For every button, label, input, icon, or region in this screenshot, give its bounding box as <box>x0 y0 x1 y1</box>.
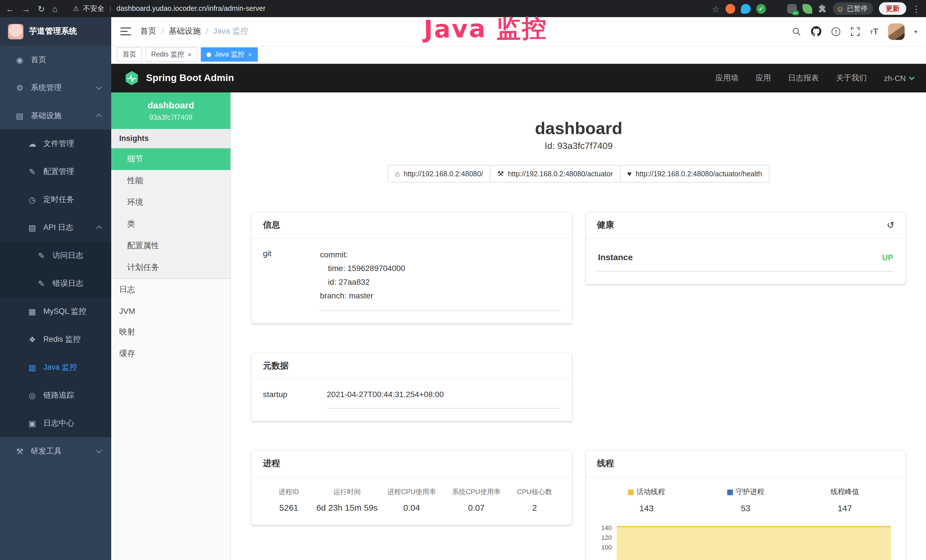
extension-icon[interactable] <box>725 4 735 14</box>
close-icon[interactable]: × <box>188 51 192 58</box>
extensions-puzzle-icon[interactable] <box>818 4 827 13</box>
heart-icon: ♥ <box>627 170 631 178</box>
github-icon[interactable] <box>811 26 822 36</box>
chart-plot-area <box>616 521 891 560</box>
sidebar-item-java[interactable]: ▥ Java 监控 <box>0 353 111 381</box>
breadcrumb-infra[interactable]: 基础设施 <box>156 26 201 36</box>
sidebar-item-error-log[interactable]: ✎ 错误日志 <box>0 269 111 297</box>
info-value: commit: time: 1596289704000 id: 27aa832 … <box>320 248 560 311</box>
sidebar-item-log-center[interactable]: ▣ 日志中心 <box>0 409 111 437</box>
security-warning-icon: ⚠ <box>73 5 79 12</box>
browser-actions: ☆ ✓ on ☺ 已暂停 更新 ⋮ <box>712 2 921 15</box>
process-card-title: 进程 <box>251 451 572 477</box>
address-bar[interactable]: ⚠ 不安全 | dashboard.yudao.iocoder.cn/infra… <box>73 4 704 14</box>
extension-icon[interactable] <box>741 4 750 14</box>
update-button[interactable]: 更新 <box>879 2 906 15</box>
process-card: 进程 进程ID 5261 运行时间 <box>251 451 572 525</box>
sba-nav-wallboard[interactable]: 应用墙 <box>715 73 738 83</box>
chevron-down-icon <box>96 447 102 453</box>
actuator-url-link[interactable]: ⚒ http://192.168.0.2:48080/actuator <box>490 165 620 183</box>
profile-chip[interactable]: ☺ 已暂停 <box>832 2 873 15</box>
tools-icon: ⚒ <box>15 446 24 456</box>
live-threads-value: 143 <box>597 503 696 513</box>
mysql-icon: ▦ <box>27 307 37 316</box>
breadcrumb: 首页 基础设施 Java 监控 <box>140 26 248 36</box>
spring-boot-admin: Spring Boot Admin 应用墙 应用 日志报表 关于我们 zh-CN <box>111 64 926 560</box>
sba-item-caches[interactable]: 缓存 <box>111 343 230 365</box>
sidebar-item-system[interactable]: ⚙ 系统管理 <box>0 74 111 101</box>
sba-item-classes[interactable]: 类 <box>111 213 230 235</box>
sidebar-item-access-log[interactable]: ✎ 访问日志 <box>0 241 111 269</box>
sba-nav-about[interactable]: 关于我们 <box>836 73 867 83</box>
daemon-threads-value: 53 <box>696 503 795 513</box>
sidebar-item-files[interactable]: ☁ 文件管理 <box>0 130 111 157</box>
instance-title: dashboard <box>231 118 926 139</box>
sba-nav-journal[interactable]: 日志报表 <box>788 73 819 83</box>
gear-icon: ⚙ <box>15 83 24 92</box>
chevron-down-icon <box>96 84 102 89</box>
threads-chart: 140 120 100 <box>597 521 894 560</box>
trace-icon: ◎ <box>27 390 37 400</box>
url-text: dashboard.yudao.iocoder.cn/infra/admin-s… <box>117 5 265 12</box>
sba-logo-icon <box>124 70 140 86</box>
extension-icon[interactable]: on <box>787 4 796 14</box>
sba-item-logs[interactable]: 日志 <box>111 279 230 301</box>
forward-icon[interactable]: → <box>22 4 30 13</box>
sba-item-configprops[interactable]: 配置属性 <box>111 235 230 257</box>
sidebar-item-api-log[interactable]: ▨ API 日志 <box>0 213 111 241</box>
infra-icon: ▤ <box>15 111 24 120</box>
font-size-icon[interactable]: TT <box>870 26 878 36</box>
sba-item-details[interactable]: 细节 <box>111 148 230 170</box>
sba-instance-header[interactable]: dashboard 93a3fc7f7409 <box>111 92 230 129</box>
user-avatar[interactable] <box>888 23 905 40</box>
sba-item-mappings[interactable]: 映射 <box>111 321 230 343</box>
avatar-caret-icon[interactable]: ▾ <box>914 28 917 35</box>
sidebar-item-home[interactable]: ◉ 首页 <box>0 45 111 74</box>
close-icon[interactable]: × <box>248 51 252 58</box>
health-url-link[interactable]: ♥ http://192.168.0.2:48080/actuator/heal… <box>620 165 769 183</box>
metadata-card: 元数据 startup 2021-04-27T00:44:31.254+08:0… <box>251 353 572 421</box>
breadcrumb-home[interactable]: 首页 <box>140 26 156 36</box>
back-icon[interactable]: ← <box>6 4 14 13</box>
sba-item-environment[interactable]: 环境 <box>111 192 230 213</box>
sba-nav-applications[interactable]: 应用 <box>755 73 771 83</box>
sidebar-item-label: 首页 <box>31 54 46 65</box>
sba-item-scheduled-tasks[interactable]: 计划任务 <box>111 257 230 278</box>
fullscreen-icon[interactable] <box>851 27 860 36</box>
sba-brand[interactable]: Spring Boot Admin <box>124 70 234 86</box>
sidebar-item-jobs[interactable]: ◷ 定时任务 <box>0 185 111 213</box>
info-card: 信息 git commit: time: 1596289704000 id: 2… <box>251 212 572 324</box>
tab-redis-monitor[interactable]: Redis 监控 × <box>145 47 197 62</box>
top-navbar: 首页 基础设施 Java 监控 ? <box>111 17 926 45</box>
sba-item-metrics[interactable]: 性能 <box>111 170 230 192</box>
home-icon[interactable]: ⌂ <box>52 4 57 13</box>
extension-icon[interactable] <box>772 4 781 14</box>
extension-icon[interactable] <box>802 4 812 14</box>
extension-icon[interactable]: ✓ <box>756 4 766 14</box>
reload-icon[interactable]: ↻ <box>38 4 45 13</box>
search-icon[interactable] <box>792 27 802 36</box>
log-center-icon: ▣ <box>27 419 37 428</box>
sidebar-item-devtools[interactable]: ⚒ 研发工具 <box>0 437 111 465</box>
app-logo-row[interactable]: 芋道管理系统 <box>0 17 111 45</box>
history-icon[interactable]: ↺ <box>887 221 894 230</box>
hamburger-icon[interactable] <box>120 27 131 35</box>
sba-item-jvm[interactable]: JVM <box>111 301 230 321</box>
service-url-link[interactable]: ⌂ http://192.168.0.2:48080/ <box>388 165 490 183</box>
sidebar-item-config[interactable]: ✎ 配置管理 <box>0 157 111 185</box>
tab-java-monitor[interactable]: Java 监控 × <box>201 47 257 62</box>
sidebar-item-redis[interactable]: ❖ Redis 监控 <box>0 325 111 353</box>
bookmark-star-icon[interactable]: ☆ <box>712 4 720 13</box>
help-icon[interactable]: ? <box>831 27 841 36</box>
tab-home[interactable]: 首页 <box>117 47 142 62</box>
sidebar-item-trace[interactable]: ◎ 链路追踪 <box>0 381 111 409</box>
profile-avatar-icon: ☺ <box>836 4 844 13</box>
sidebar-item-infra[interactable]: ▤ 基础设施 <box>0 101 111 130</box>
locale-select[interactable]: zh-CN <box>884 74 914 82</box>
sidebar-item-mysql[interactable]: ▦ MySQL 监控 <box>0 297 111 325</box>
chevron-down-icon <box>909 74 915 80</box>
tags-view: 首页 Redis 监控 × Java 监控 × <box>111 45 926 64</box>
browser-menu-icon[interactable]: ⋮ <box>912 4 921 13</box>
timer-icon: ◷ <box>27 195 37 204</box>
app-logo <box>8 24 23 39</box>
